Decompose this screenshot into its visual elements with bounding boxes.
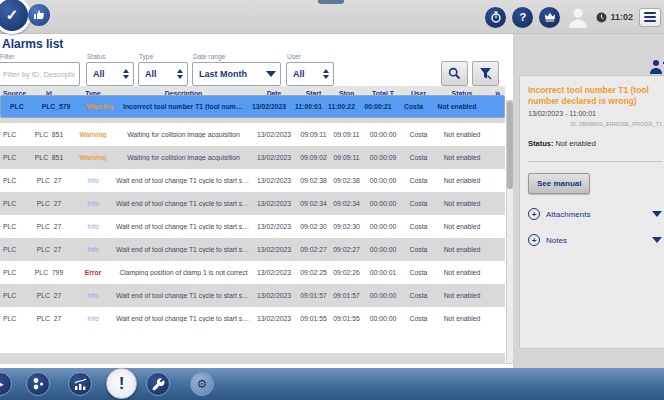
- alarm-row[interactable]: PLCPLC_851WarningWaiting for collision i…: [0, 146, 505, 169]
- cell-total: 00:00:21: [358, 103, 398, 110]
- type-select[interactable]: All: [138, 62, 188, 86]
- cell-start: 09:01:55: [297, 315, 330, 322]
- stopwatch-icon: [490, 11, 502, 23]
- cell-type: Warning: [70, 154, 116, 161]
- alarm-title: Incorrect tool number T1 (tool number de…: [528, 85, 662, 107]
- top-drawer-handle[interactable]: [318, 0, 344, 4]
- filter-search-label: Filter: [0, 53, 14, 60]
- detail-region: Incorrect tool number T1 (tool number de…: [513, 34, 664, 368]
- cell-description: Wait end of tool change T1 cycle to star…: [116, 223, 251, 230]
- attachments-expand-icon[interactable]: [652, 211, 662, 217]
- cell-user: Costa: [403, 177, 434, 184]
- cell-stop: 09:01:55: [330, 315, 363, 322]
- cell-type: Info: [70, 177, 116, 184]
- cell-source: PLC: [0, 315, 28, 322]
- alarm-row[interactable]: PLCPLC_27InfoWait end of tool change T1 …: [0, 192, 505, 215]
- cell-status: Not enabled: [434, 131, 490, 138]
- alarm-row[interactable]: PLCPLC_27InfoWait end of tool change T1 …: [0, 238, 505, 261]
- add-note-icon[interactable]: +: [528, 234, 540, 246]
- spinner-icon: [323, 69, 329, 79]
- cell-id: PLC_851: [28, 154, 70, 161]
- cell-start: 09:01:57: [297, 292, 330, 299]
- alarm-row[interactable]: PLCPLC_799ErrorClamping position of clam…: [0, 261, 505, 284]
- nav-settings-button[interactable]: ⚙: [190, 372, 214, 396]
- search-button[interactable]: [441, 61, 468, 86]
- search-input[interactable]: [0, 62, 80, 86]
- alarm-row[interactable]: PLCPLC_579WarningIncorrect tool number T…: [0, 95, 505, 118]
- menu-icon: [644, 12, 656, 14]
- cell-user: Costa: [403, 269, 434, 276]
- cell-date: 13/02/2023: [251, 200, 297, 207]
- cell-stop: 09:09:11: [330, 154, 363, 161]
- alarm-row[interactable]: PLCPLC_851WarningWaiting for collision i…: [0, 123, 505, 146]
- filter-button[interactable]: [472, 61, 499, 86]
- alarm-row[interactable]: PLCPLC_27InfoWait end of tool change T1 …: [0, 169, 505, 192]
- filter-user-label: User: [287, 53, 301, 60]
- alarm-status-line: Status: Not enabled: [528, 139, 662, 148]
- cell-source: PLC: [0, 292, 28, 299]
- see-manual-button[interactable]: See manual: [528, 173, 590, 194]
- cell-type: Info: [70, 315, 116, 322]
- cell-type: Info: [70, 223, 116, 230]
- thumbs-up-icon: [33, 9, 45, 21]
- filter-type-label: Type: [139, 53, 153, 60]
- user-avatar[interactable]: [566, 5, 590, 29]
- alarm-row[interactable]: PLCPLC_27InfoWait end of tool change T1 …: [0, 307, 505, 330]
- cell-date: 13/02/2023: [251, 292, 297, 299]
- cell-total: 00:00:00: [363, 131, 403, 138]
- wrench-icon: [152, 378, 165, 391]
- cell-user: Costa: [403, 246, 434, 253]
- nav-tools-button[interactable]: [146, 372, 170, 396]
- cell-description: Wait end of tool change T1 cycle to star…: [116, 315, 251, 322]
- cell-total: 00:00:00: [363, 315, 403, 322]
- status-select[interactable]: All: [86, 62, 134, 86]
- alarm-row[interactable]: PLCPLC_27InfoWait end of tool change T1 …: [0, 215, 505, 238]
- attachments-label: Attachments: [546, 210, 590, 219]
- attachments-section[interactable]: + Attachments: [528, 208, 662, 220]
- cell-user: Costa: [403, 200, 434, 207]
- admin-button[interactable]: [539, 7, 560, 28]
- add-attachment-icon[interactable]: +: [528, 208, 540, 220]
- nav-machine-status-button[interactable]: [26, 372, 50, 396]
- help-button[interactable]: ?: [512, 7, 533, 28]
- cell-date: 13/02/2023: [251, 315, 297, 322]
- spinner-icon: [123, 69, 129, 79]
- cell-description: Waiting for collision image acquisition: [116, 131, 251, 138]
- cell-id: PLC_27: [28, 223, 70, 230]
- timer-button[interactable]: [485, 7, 506, 28]
- thumbs-up-button[interactable]: [28, 4, 50, 26]
- nav-alarms-button[interactable]: !: [106, 368, 137, 399]
- nav-run-button[interactable]: ▶: [0, 372, 12, 396]
- nav-statistics-button[interactable]: [68, 372, 92, 396]
- cell-id: PLC_27: [28, 292, 70, 299]
- alarm-row[interactable]: PLCPLC_27InfoWait end of tool change T1 …: [0, 284, 505, 307]
- cell-user: Costa: [403, 223, 434, 230]
- window-menu-button[interactable]: [639, 8, 661, 27]
- cell-stop: 09:09:11: [330, 131, 363, 138]
- spinner-icon: [177, 69, 183, 79]
- cell-type: Info: [70, 292, 116, 299]
- user-select[interactable]: All: [286, 62, 334, 86]
- notes-section[interactable]: + Notes: [528, 234, 662, 246]
- alarm-code: ID: 2BN98N0_ERRORE_PROGR_T1: [528, 121, 662, 127]
- cell-total: 00:00:00: [363, 292, 403, 299]
- daterange-select[interactable]: Last Month: [192, 62, 281, 86]
- cell-user: Costa: [398, 103, 429, 110]
- gear-icon: ⚙: [197, 377, 208, 391]
- clock-icon: [596, 12, 607, 23]
- cell-user: Costa: [403, 292, 434, 299]
- notes-label: Notes: [546, 236, 567, 245]
- cell-start: 11:00:01: [292, 103, 325, 110]
- confirm-button[interactable]: ✓: [0, 0, 31, 34]
- cell-stop: 09:02:30: [330, 223, 363, 230]
- cell-status: Not enabled: [434, 154, 490, 161]
- funnel-icon: [479, 67, 492, 80]
- cell-start: 09:02:34: [297, 200, 330, 207]
- cell-description: Wait end of tool change T1 cycle to star…: [116, 292, 251, 299]
- alarm-table-body: PLCPLC_579WarningIncorrect tool number T…: [0, 100, 505, 330]
- cell-description: Incorrect tool number T1 (tool number de…: [123, 103, 246, 110]
- panel-action-button[interactable]: [648, 59, 664, 75]
- partial-next-row: [0, 353, 505, 364]
- notes-expand-icon[interactable]: [652, 237, 662, 243]
- cell-total: 00:00:00: [363, 177, 403, 184]
